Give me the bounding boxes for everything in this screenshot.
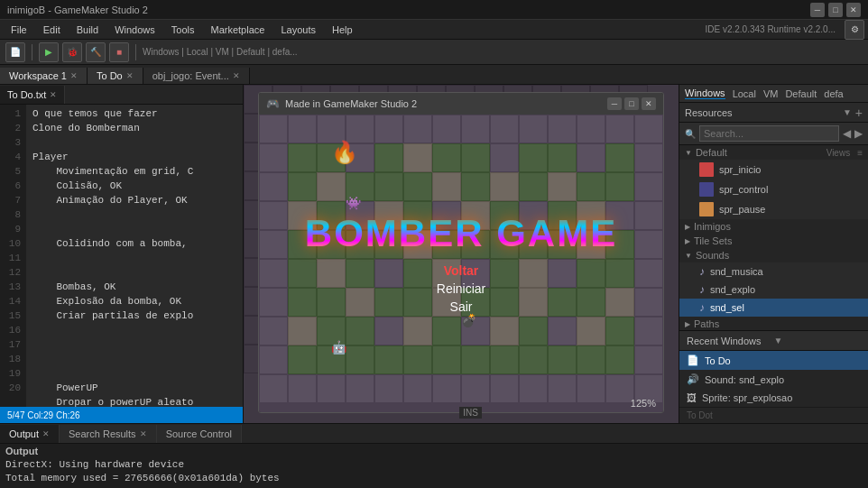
tree-item-snd-explo[interactable]: ♪ snd_explo — [679, 281, 868, 299]
settings-button[interactable]: ⚙ — [845, 20, 864, 40]
menu-tools[interactable]: Tools — [164, 23, 202, 37]
recent-spr-explo-label: Sprite: spr_explosao — [702, 392, 792, 403]
todo-tab[interactable]: To Do ✕ — [88, 68, 143, 84]
vm-tab[interactable]: VM — [763, 88, 779, 99]
section-sounds-label: Sounds — [696, 250, 729, 261]
modal-close[interactable]: ✕ — [642, 97, 656, 110]
section-paths-label: Paths — [694, 318, 719, 329]
menu-sair[interactable]: Sair — [450, 299, 473, 314]
output-tab-close[interactable]: ✕ — [42, 429, 50, 438]
sound-recent-icon: 🔊 — [687, 373, 699, 385]
todo-code-tab[interactable]: To Do.txt ✕ — [0, 86, 65, 104]
sound-icon-2: ♪ — [699, 283, 705, 296]
output-tab[interactable]: Output ✕ — [0, 425, 60, 443]
menu-help[interactable]: Help — [325, 23, 360, 37]
close-button[interactable]: ✕ — [846, 3, 861, 17]
app-title: inimigoB - GameMaker Studio 2 — [7, 5, 810, 15]
tree-item-spr-control[interactable]: spr_control — [679, 180, 868, 199]
res-add-btn[interactable]: + — [855, 106, 863, 120]
minimize-button[interactable]: ─ — [810, 3, 825, 17]
tree-item-spr-inicio[interactable]: spr_inicio — [679, 160, 868, 180]
spr-pause-label: spr_pause — [719, 204, 765, 215]
sprite-thumb-brown — [699, 202, 714, 216]
workspace-tab-close[interactable]: ✕ — [70, 71, 78, 80]
menu-marketplace[interactable]: Marketplace — [203, 23, 272, 37]
maximize-button[interactable]: □ — [828, 3, 843, 17]
recent-windows-panel: Recent Windows ▼ 📄 To Do 🔊 Sound: snd_ex… — [679, 330, 868, 423]
todo-tab-close[interactable]: ✕ — [126, 71, 134, 80]
menu-file[interactable]: File — [4, 23, 34, 37]
recent-item-snd-explo[interactable]: 🔊 Sound: snd_explo — [679, 370, 868, 389]
menu-edit[interactable]: Edit — [36, 23, 68, 37]
toolbar-separator — [32, 44, 32, 60]
obj-tab[interactable]: obj_jogo: Event... ✕ — [143, 68, 250, 84]
windows-tab[interactable]: Windows — [685, 87, 725, 99]
recent-snd-explo-label: Sound: snd_explo — [705, 374, 784, 385]
search-nav-right[interactable]: ▶ — [854, 127, 863, 140]
source-control-tab[interactable]: Source Control — [157, 425, 242, 443]
run-button[interactable]: ▶ — [39, 42, 59, 62]
game-area: 🎮 Made in GameMaker Studio 2 ─ □ ✕ — [244, 85, 679, 423]
defa-tab[interactable]: defa — [824, 88, 843, 99]
modal-minimize[interactable]: ─ — [607, 97, 622, 110]
tree-section-paths[interactable]: ▶ Paths — [679, 317, 868, 330]
bottom-panel: Output ✕ Search Results ✕ Source Control… — [0, 423, 868, 488]
ide-version: IDE v2.2.0.343 Runtime v2.2.0... — [705, 24, 836, 34]
sound-icon: ♪ — [699, 265, 705, 278]
code-tab-close[interactable]: ✕ — [50, 90, 57, 99]
tree-item-snd-musica[interactable]: ♪ snd_musica — [679, 262, 868, 281]
section-default-label: Default — [696, 147, 727, 158]
spr-control-label: spr_control — [719, 184, 768, 195]
section-inimigos-label: Inimigos — [694, 221, 731, 232]
sprite-recent-icon: 🖼 — [687, 392, 697, 403]
bottom-tab-bar: Output ✕ Search Results ✕ Source Control — [0, 424, 868, 444]
menu-windows[interactable]: Windows — [107, 23, 162, 37]
search-results-tab[interactable]: Search Results ✕ — [60, 425, 157, 443]
recent-todo-label: To Do — [705, 355, 731, 366]
search-nav-left[interactable]: ◀ — [843, 127, 851, 140]
code-content[interactable]: O que temos que fazer Clone do Bomberman… — [29, 105, 243, 407]
resource-search-bar: 🔍 ◀ ▶ — [679, 123, 868, 145]
search-icon: 🔍 — [685, 129, 696, 139]
bomber-title: BOMBER GAME — [305, 213, 617, 254]
tree-section-inimigos[interactable]: ▶ Inimigos — [679, 219, 868, 234]
chevron-down-icon-2: ▼ — [685, 252, 692, 260]
res-dropdown-btn[interactable]: ▼ — [843, 107, 852, 117]
default-tab[interactable]: Default — [785, 88, 817, 99]
tree-item-snd-sel[interactable]: ♪ snd_sel — [679, 299, 868, 317]
tree-item-spr-pause[interactable]: spr_pause — [679, 199, 868, 219]
search-tab-close[interactable]: ✕ — [140, 429, 147, 438]
todo-dot-label: To Dot — [687, 410, 713, 420]
new-button[interactable]: 📄 — [5, 42, 25, 62]
sprite-thumb-blue — [699, 182, 714, 197]
menu-reiniciar[interactable]: Reiniciar — [437, 281, 485, 296]
modal-maximize[interactable]: □ — [624, 97, 639, 110]
views-label: Views — [826, 148, 851, 158]
recent-dropdown-icon[interactable]: ▼ — [774, 336, 862, 345]
workspace-tab[interactable]: Workspace 1 ✕ — [0, 68, 88, 84]
code-editor[interactable]: 1234567891011121314151617181920 O que te… — [0, 105, 243, 407]
menu-build[interactable]: Build — [69, 23, 106, 37]
search-input[interactable] — [699, 125, 839, 142]
code-tab-bar: To Do.txt ✕ — [0, 85, 243, 105]
tree-section-sounds[interactable]: ▼ Sounds — [679, 248, 868, 262]
recent-item-todo[interactable]: 📄 To Do — [679, 351, 868, 370]
obj-tab-close[interactable]: ✕ — [233, 71, 240, 80]
recent-item-spr-explosao[interactable]: 🖼 Sprite: spr_explosao — [679, 389, 868, 407]
clean-button[interactable]: 🔨 — [86, 42, 106, 62]
tree-section-default[interactable]: ▼ Default Views ≡ — [679, 145, 868, 160]
tree-section-tilesets[interactable]: ▶ Tile Sets — [679, 234, 868, 248]
tab-bar: Workspace 1 ✕ To Do ✕ obj_jogo: Event...… — [0, 65, 868, 85]
menu-layouts[interactable]: Layouts — [273, 23, 323, 37]
document-icon: 📄 — [687, 354, 699, 366]
section-tilesets-label: Tile Sets — [694, 235, 732, 246]
output-label: Output — [0, 444, 868, 458]
menu-voltar[interactable]: Voltar — [444, 263, 479, 278]
resources-header: Resources ▼ + — [679, 103, 868, 123]
debug-button[interactable]: 🐞 — [62, 42, 82, 62]
stop-button[interactable]: ■ — [109, 42, 129, 62]
code-panel: To Do.txt ✕ 1234567891011121314151617181… — [0, 85, 244, 423]
output-line-2: Total memory used = 27656666(0x01a601da)… — [5, 472, 863, 485]
local-tab[interactable]: Local — [733, 88, 756, 99]
chevron-right-icon-2: ▶ — [685, 237, 690, 245]
